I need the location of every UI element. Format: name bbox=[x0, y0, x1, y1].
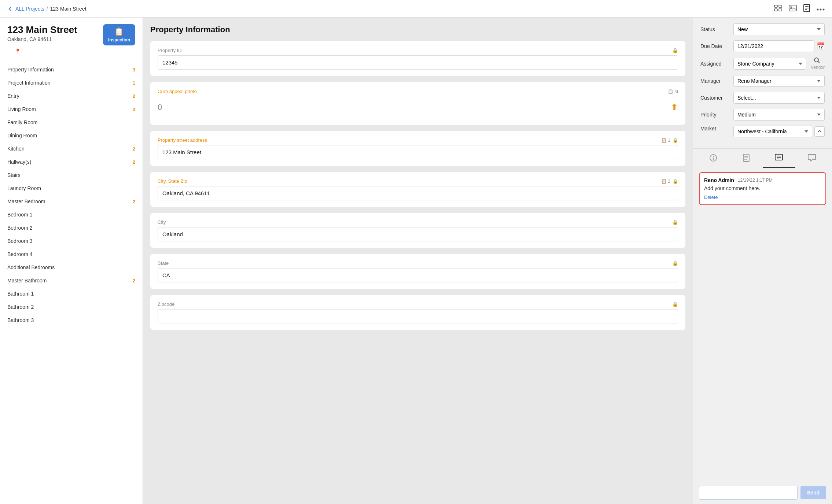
nav-item[interactable]: Bedroom 3 bbox=[0, 234, 143, 248]
lock-icon-2: 🔒 bbox=[673, 138, 678, 143]
inspection-label: Inspection bbox=[108, 37, 130, 42]
due-date-input[interactable] bbox=[733, 40, 814, 52]
property-id-label-row: Property ID 🔒 bbox=[158, 48, 678, 53]
nav-item-label: Master Bathroom bbox=[7, 278, 47, 284]
comments-area: Reno Admin 12/19/22 1:17 PM Add your com… bbox=[693, 168, 832, 481]
nav-item-label: Family Room bbox=[7, 119, 37, 125]
comment-text: Add your comment here. bbox=[704, 185, 821, 191]
nav-item[interactable]: Bathroom 2 bbox=[0, 300, 143, 314]
nav-badge: 1 bbox=[133, 80, 135, 86]
svg-point-12 bbox=[823, 8, 825, 10]
property-id-card: Property ID 🔒 bbox=[150, 41, 685, 76]
comment-delete-button[interactable]: Delete bbox=[704, 194, 718, 200]
city-state-zip-label: City, State Zip bbox=[158, 178, 187, 184]
info-tab[interactable] bbox=[697, 149, 730, 168]
section-title: Property Information bbox=[150, 25, 685, 34]
state-input[interactable] bbox=[158, 268, 678, 282]
nav-item[interactable]: Family Room bbox=[0, 116, 143, 129]
priority-select[interactable]: LowMediumHigh bbox=[733, 109, 825, 121]
nav-item[interactable]: Bedroom 4 bbox=[0, 248, 143, 261]
status-row: Status NewIn ProgressCompleteOn Hold bbox=[700, 23, 825, 35]
status-select[interactable]: NewIn ProgressCompleteOn Hold bbox=[733, 23, 825, 35]
sidebar-header: 123 Main Street Oakland, CA 94611 📋 Insp… bbox=[0, 18, 143, 57]
comment-card: Reno Admin 12/19/22 1:17 PM Add your com… bbox=[699, 172, 826, 205]
image-view-icon[interactable] bbox=[789, 5, 797, 12]
city-state-zip-card: City, State Zip 📋 2 🔒 bbox=[150, 172, 685, 207]
status-label: Status bbox=[700, 26, 733, 32]
lock-icon: 🔒 bbox=[672, 48, 678, 53]
nav-item[interactable]: Project Information 1 bbox=[0, 76, 143, 89]
city-label: City bbox=[158, 219, 166, 225]
nav-item[interactable]: Stairs bbox=[0, 168, 143, 182]
market-select[interactable]: Northwest - CaliforniaSouthwest - Califo… bbox=[733, 126, 812, 137]
upload-area: 0 ⬆ bbox=[158, 96, 678, 118]
property-id-label: Property ID bbox=[158, 48, 182, 53]
address-input[interactable] bbox=[158, 145, 678, 159]
upload-icon[interactable]: ⬆ bbox=[671, 102, 678, 112]
nav-item-label: Kitchen bbox=[7, 146, 25, 152]
nav-item[interactable]: Laundry Room bbox=[0, 182, 143, 195]
chat-tab[interactable] bbox=[795, 149, 828, 168]
nav-item-label: Property Information bbox=[7, 67, 54, 73]
due-date-label: Due Date bbox=[700, 43, 733, 49]
nav-badge: 2 bbox=[133, 107, 135, 112]
city-state-zip-input[interactable] bbox=[158, 186, 678, 200]
nav-item[interactable]: Kitchen 2 bbox=[0, 142, 143, 155]
comment-header: Reno Admin 12/19/22 1:17 PM bbox=[704, 177, 821, 183]
customer-select[interactable]: Select... bbox=[733, 92, 825, 104]
calendar-icon[interactable]: 📅 bbox=[817, 42, 825, 50]
address-label: Property street address bbox=[158, 137, 207, 143]
template-icon: 📋 M bbox=[668, 89, 678, 94]
svg-rect-4 bbox=[789, 5, 796, 11]
comment-input[interactable] bbox=[699, 486, 798, 500]
state-label-row: State 🔒 bbox=[158, 260, 678, 266]
market-label: Market bbox=[700, 126, 733, 131]
back-button[interactable] bbox=[7, 6, 13, 12]
nav-item-label: Laundry Room bbox=[7, 185, 41, 191]
property-id-input[interactable] bbox=[158, 55, 678, 70]
due-date-row: Due Date 📅 bbox=[700, 40, 825, 52]
lock-icon-5: 🔒 bbox=[672, 260, 678, 266]
inspection-button[interactable]: 📋 Inspection bbox=[103, 24, 135, 45]
nav-item-label: Stairs bbox=[7, 172, 21, 178]
nav-item[interactable]: Additional Bedrooms bbox=[0, 261, 143, 274]
document-view-icon[interactable] bbox=[803, 4, 810, 13]
nav-badge: 2 bbox=[133, 93, 135, 99]
nav-badge: 2 bbox=[133, 159, 135, 165]
nav-item[interactable]: Hallway(s) 2 bbox=[0, 155, 143, 168]
nav-item[interactable]: Entry 2 bbox=[0, 89, 143, 103]
nav-item[interactable]: Bedroom 1 bbox=[0, 208, 143, 221]
tabs-row bbox=[693, 148, 832, 168]
nav-item[interactable]: Living Room 2 bbox=[0, 103, 143, 116]
nav-item[interactable]: Property Information 3 bbox=[0, 63, 143, 76]
upload-count: 0 bbox=[158, 103, 162, 112]
nav-item[interactable]: Bedroom 2 bbox=[0, 221, 143, 234]
nav-item[interactable]: Master Bedroom 2 bbox=[0, 195, 143, 208]
notes-tab[interactable] bbox=[763, 149, 796, 168]
nav-item[interactable]: Master Bathroom 2 bbox=[0, 274, 143, 287]
document-tab[interactable] bbox=[730, 149, 763, 168]
city-input[interactable] bbox=[158, 227, 678, 241]
all-projects-link[interactable]: ALL Projects bbox=[15, 6, 44, 12]
manager-select[interactable]: Reno Manager bbox=[733, 75, 825, 87]
nav-item-label: Bedroom 1 bbox=[7, 212, 32, 218]
priority-row: Priority LowMediumHigh bbox=[700, 109, 825, 121]
send-button[interactable]: Send bbox=[800, 486, 826, 499]
nav-badge: 3 bbox=[133, 67, 135, 73]
map-pin-icon: 📍 bbox=[15, 48, 21, 54]
state-label: State bbox=[158, 260, 169, 266]
note-icon: 📋 1 bbox=[661, 138, 670, 143]
scroll-up-button[interactable] bbox=[814, 126, 825, 137]
nav-item-label: Dining Room bbox=[7, 133, 37, 138]
nav-item[interactable]: Dining Room bbox=[0, 129, 143, 142]
nav-list: Property Information 3Project Informatio… bbox=[0, 63, 143, 327]
zipcode-label: Zipcode bbox=[158, 301, 174, 307]
location-pin: 📍 bbox=[15, 48, 128, 54]
assigned-select[interactable]: Stone Company bbox=[733, 58, 806, 70]
zipcode-input[interactable] bbox=[158, 309, 678, 323]
vendor-search-icon[interactable] bbox=[814, 57, 820, 65]
nav-item[interactable]: Bathroom 1 bbox=[0, 287, 143, 300]
grid-view-icon[interactable] bbox=[774, 5, 782, 12]
more-options-icon[interactable] bbox=[817, 6, 825, 12]
nav-item[interactable]: Bathroom 3 bbox=[0, 314, 143, 327]
